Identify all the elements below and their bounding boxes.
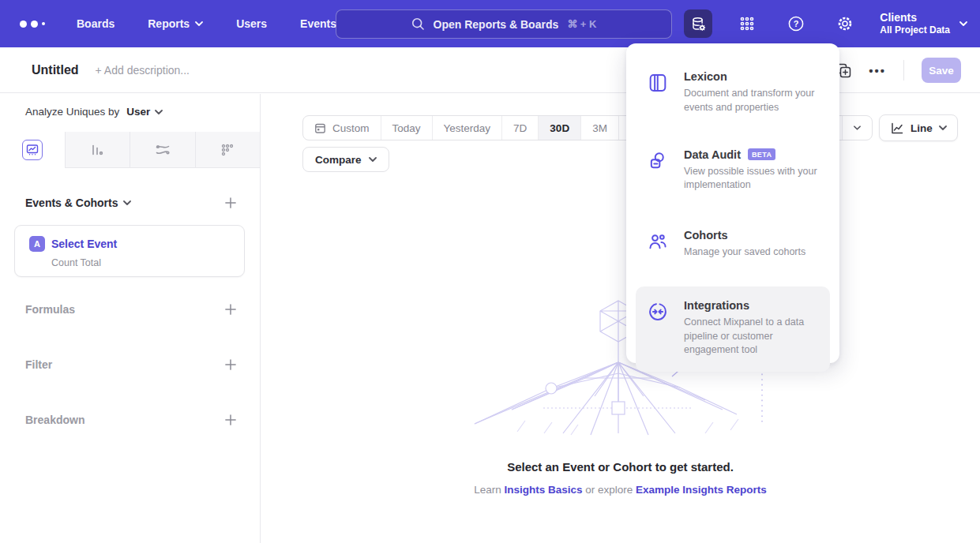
formulas-label: Formulas xyxy=(25,303,75,316)
date-range-more-button[interactable] xyxy=(842,116,872,140)
lexicon-icon xyxy=(647,72,669,94)
tab-metric[interactable] xyxy=(195,132,261,168)
line-chart-icon xyxy=(890,122,904,135)
line-chart-icon xyxy=(26,144,39,156)
date-range-7d[interactable]: 7D xyxy=(502,116,539,140)
date-range-custom[interactable]: Custom xyxy=(303,116,381,140)
mixpanel-logo-icon[interactable] xyxy=(20,21,45,28)
empty-state-links: Learn Insights Basics or explore Example… xyxy=(261,484,980,496)
svg-text:?: ? xyxy=(794,19,799,28)
filter-section: Filter xyxy=(25,358,236,371)
breakdown-label: Breakdown xyxy=(25,414,84,426)
query-sidebar: Analyze Uniques by User xyxy=(0,94,261,543)
date-range-today[interactable]: Today xyxy=(381,116,433,140)
count-total-label[interactable]: Count Total xyxy=(51,257,101,268)
date-range-30d[interactable]: 30D xyxy=(539,116,581,140)
project-name: All Project Data xyxy=(880,24,950,37)
chart-type-button[interactable]: Line xyxy=(879,114,958,141)
nav-item-events[interactable]: Events xyxy=(300,17,336,30)
formulas-section: Formulas xyxy=(25,303,236,316)
menu-item-title: Cohorts xyxy=(684,229,728,242)
chevron-down-icon xyxy=(854,125,861,130)
menu-item-data-audit[interactable]: Data Audit BETA View possible issues wit… xyxy=(636,140,830,203)
date-range-yesterday[interactable]: Yesterday xyxy=(433,116,503,140)
chart-type-tabs xyxy=(0,132,260,168)
menu-item-integrations[interactable]: Integrations Connect Mixpanel to a data … xyxy=(636,286,830,372)
chevron-down-icon xyxy=(369,157,377,162)
search-icon xyxy=(411,17,425,31)
analyze-by-dropdown[interactable]: User xyxy=(126,106,163,118)
menu-item-lexicon[interactable]: Lexicon Document and transform your even… xyxy=(636,62,830,125)
empty-state-title: Select an Event or Cohort to get started… xyxy=(261,460,980,474)
analyze-value: User xyxy=(126,106,150,118)
search-placeholder: Open Reports & Boards xyxy=(434,18,559,31)
chevron-down-icon xyxy=(195,21,203,26)
events-cohorts-title[interactable]: Events & Cohorts xyxy=(25,197,131,209)
date-range-label: 7D xyxy=(513,122,527,134)
top-nav: Boards Reports Users Events Open Reports… xyxy=(0,0,980,47)
divider xyxy=(903,60,904,81)
example-reports-link[interactable]: Example Insights Reports xyxy=(636,484,767,496)
integrations-icon xyxy=(647,301,669,323)
nav-label: Users xyxy=(236,17,267,30)
nav-item-boards[interactable]: Boards xyxy=(77,17,115,30)
menu-item-description: Document and transform your events and p… xyxy=(684,87,819,115)
compare-button[interactable]: Compare xyxy=(302,147,389,172)
metric-grid-icon xyxy=(220,143,235,157)
or-explore-text: or explore xyxy=(585,484,633,496)
add-event-button[interactable] xyxy=(225,197,236,208)
calendar-icon xyxy=(314,122,326,134)
nav-item-reports[interactable]: Reports xyxy=(148,17,203,30)
org-name: Clients xyxy=(880,10,950,24)
event-card[interactable]: A Select Event Count Total xyxy=(14,225,245,277)
select-event-label[interactable]: Select Event xyxy=(51,238,117,250)
global-search-input[interactable]: Open Reports & Boards ⌘ + K xyxy=(336,9,672,39)
filter-label: Filter xyxy=(25,358,52,371)
insights-basics-link[interactable]: Insights Basics xyxy=(504,484,582,496)
date-range-label: Custom xyxy=(332,122,370,134)
gear-icon xyxy=(836,15,854,32)
menu-item-cohorts[interactable]: Cohorts Manage your saved cohorts xyxy=(636,221,830,269)
analyze-label: Analyze Uniques by xyxy=(25,106,119,118)
date-range-label: 3M xyxy=(592,122,607,134)
section-label: Events & Cohorts xyxy=(25,197,118,209)
date-range-label: 30D xyxy=(550,122,569,134)
data-management-menu: Lexicon Document and transform your even… xyxy=(626,43,839,363)
more-actions-button[interactable]: ••• xyxy=(869,64,886,77)
date-range-3m[interactable]: 3M xyxy=(581,116,619,140)
chevron-down-icon xyxy=(939,125,947,130)
tab-flow-chart[interactable] xyxy=(130,132,195,168)
project-switcher[interactable]: Clients All Project Data xyxy=(880,10,967,37)
help-button[interactable]: ? xyxy=(782,9,810,38)
report-title[interactable]: Untitled xyxy=(32,63,79,77)
add-description[interactable]: + Add description... xyxy=(96,64,190,77)
nav-item-users[interactable]: Users xyxy=(236,17,267,30)
flow-chart-icon xyxy=(155,143,171,157)
learn-prefix: Learn xyxy=(474,484,501,496)
plus-icon xyxy=(225,359,236,370)
search-shortcut: ⌘ + K xyxy=(567,18,596,30)
chevron-down-icon xyxy=(155,110,163,114)
save-button[interactable]: Save xyxy=(922,58,961,83)
add-formula-button[interactable] xyxy=(225,304,236,315)
menu-item-description: View possible issues with your implement… xyxy=(684,165,819,193)
compare-label: Compare xyxy=(315,154,362,166)
plus-icon xyxy=(225,197,236,208)
tab-insights-line[interactable] xyxy=(0,132,65,168)
add-filter-button[interactable] xyxy=(225,359,236,370)
cohorts-icon xyxy=(647,230,669,253)
data-management-button[interactable] xyxy=(684,9,712,38)
tab-bar-chart[interactable] xyxy=(65,132,130,168)
settings-button[interactable] xyxy=(831,9,859,38)
series-badge: A xyxy=(29,236,45,252)
add-breakdown-button[interactable] xyxy=(225,414,236,425)
breakdown-section: Breakdown xyxy=(25,414,236,426)
database-gear-icon xyxy=(690,16,707,32)
chart-type-label: Line xyxy=(911,122,933,134)
menu-item-title: Data Audit xyxy=(684,148,741,161)
apps-grid-button[interactable] xyxy=(733,9,761,38)
plus-icon xyxy=(225,414,236,425)
nav-label: Events xyxy=(300,17,336,30)
date-range-label: Yesterday xyxy=(444,122,491,134)
nav-label: Reports xyxy=(148,17,190,30)
